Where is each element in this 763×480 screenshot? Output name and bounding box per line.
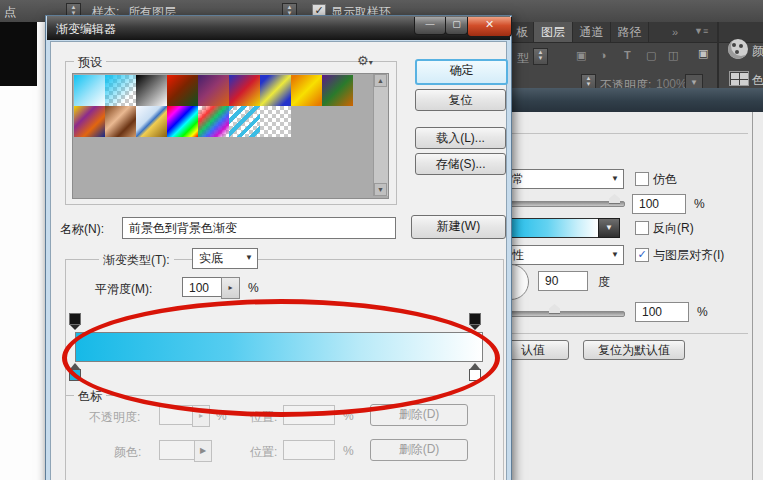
color-panel-label[interactable]: 颜 — [752, 43, 763, 60]
smoothness-label: 平滑度(M): — [95, 281, 152, 298]
name-label: 名称(N): — [60, 221, 104, 238]
panel-menu-icon[interactable]: ▼≡ — [694, 26, 708, 36]
ok-button[interactable]: 确定 — [415, 59, 508, 85]
style-select[interactable]: 性 ▼ — [505, 245, 624, 265]
filter-smartobject-icon[interactable]: ◫ — [668, 49, 678, 62]
smoothness-spinner[interactable]: ▸ — [221, 277, 240, 299]
filter-type-stepper[interactable]: ▲▼ — [533, 48, 548, 65]
preset-thumbnail-fill — [167, 75, 198, 106]
tab-channels[interactable]: 通道 — [573, 22, 611, 42]
close-button[interactable]: ✕ — [467, 17, 512, 37]
smoothness-field[interactable]: 100 — [182, 277, 222, 297]
save-button[interactable]: 存储(S)... — [415, 153, 506, 175]
gradient-preview[interactable] — [505, 218, 599, 238]
name-input[interactable]: 前景色到背景色渐变 — [122, 217, 396, 239]
preset-thumbnail[interactable] — [322, 75, 353, 106]
dropdown-icon: ▾ — [369, 58, 373, 67]
angle-unit: 度 — [598, 274, 610, 291]
angle-field[interactable]: 90 — [538, 271, 588, 291]
preset-thumbnail-fill — [105, 75, 136, 106]
filter-toggle-icon[interactable]: ▣ — [698, 47, 708, 60]
preset-thumbnail[interactable] — [74, 75, 105, 106]
gear-icon[interactable]: ⚙▾ — [357, 53, 373, 68]
swatches-panel-label[interactable]: 色 — [752, 72, 763, 89]
preset-thumbnail-fill — [260, 75, 291, 106]
panel-expand-icon[interactable]: » — [672, 26, 676, 38]
dialog-right-border — [752, 112, 753, 480]
gradient-preview-dropdown[interactable]: ▼ — [598, 218, 620, 238]
opacity-stop-right[interactable] — [469, 313, 481, 330]
layer-style-titlebar[interactable] — [505, 88, 763, 112]
reset-button[interactable]: 复位 — [415, 89, 506, 111]
dialog-title: 渐变编辑器 — [56, 21, 116, 38]
stop-color-swatch — [159, 440, 195, 460]
filter-adjustment-icon[interactable]: ◑ — [600, 49, 607, 61]
preset-thumbnail[interactable] — [136, 75, 167, 106]
filter-shape-icon[interactable]: ▢ — [646, 49, 656, 62]
preset-thumbnail-fill — [136, 75, 167, 106]
reset-default-button[interactable]: 复位为默认值 — [583, 340, 685, 360]
swatches-panel-icon[interactable] — [729, 71, 749, 86]
panel-tab-bar: 板 图层 通道 路径 » ▼≡ — [512, 22, 763, 43]
tab-paths[interactable]: 路径 — [611, 22, 649, 42]
scale-slider-track[interactable] — [505, 311, 625, 317]
tab-partial[interactable]: 板 — [512, 22, 534, 42]
preset-thumbnail-fill — [322, 75, 353, 106]
preset-thumbnail-fill — [229, 106, 260, 137]
preset-thumbnail-fill — [198, 106, 229, 137]
minimize-icon: — — [426, 19, 435, 29]
presets-label: 预设 — [74, 54, 106, 71]
opacity-slider-track[interactable] — [505, 201, 625, 207]
opacity-field[interactable]: 100 — [632, 194, 686, 214]
filter-type-icon[interactable]: T — [624, 49, 631, 61]
smoothness-unit: % — [248, 281, 259, 295]
dither-checkbox[interactable] — [635, 172, 649, 186]
preset-thumbnail[interactable] — [229, 75, 260, 106]
scroll-up-icon[interactable]: ▲ — [374, 74, 387, 87]
scroll-down-icon[interactable]: ▼ — [374, 183, 387, 196]
preset-thumbnail[interactable] — [260, 75, 291, 106]
reverse-checkbox[interactable] — [635, 221, 649, 235]
preset-thumbnail[interactable] — [260, 106, 291, 137]
preset-thumbnail[interactable] — [291, 75, 322, 106]
tab-layers[interactable]: 图层 — [534, 22, 573, 42]
blend-mode-select[interactable]: 常 ▼ — [505, 169, 624, 189]
preset-thumbnail[interactable] — [105, 75, 136, 106]
preset-thumbnail[interactable] — [198, 75, 229, 106]
scale-unit: % — [697, 305, 708, 319]
align-checkbox[interactable]: ✓ — [635, 248, 649, 262]
canvas-black-region — [0, 22, 37, 86]
opacity-slider-thumb[interactable] — [609, 194, 620, 204]
preset-thumbnail[interactable] — [167, 75, 198, 106]
new-button[interactable]: 新建(W) — [411, 215, 506, 239]
preset-thumbnail[interactable] — [105, 106, 136, 137]
scale-field[interactable]: 100 — [635, 302, 689, 322]
filter-pixel-icon[interactable]: ▣ — [576, 49, 586, 62]
highlight-ellipse — [62, 299, 500, 417]
opacity-stop-left[interactable] — [69, 313, 81, 330]
gradient-type-select[interactable]: 实底 ▼ — [192, 248, 258, 269]
preset-scrollbar[interactable]: ▲ ▼ — [373, 74, 388, 196]
color-panel-icon[interactable] — [728, 39, 748, 59]
load-button[interactable]: 载入(L)... — [415, 127, 506, 149]
maximize-button[interactable]: ▢ — [445, 17, 468, 35]
preset-thumbnail-fill — [260, 106, 291, 137]
scale-slider-thumb[interactable] — [549, 304, 560, 314]
reverse-label: 反向(R) — [653, 220, 694, 237]
align-label: 与图层对齐(I) — [653, 247, 724, 264]
options-fragment-label: 点 — [4, 4, 16, 21]
blend-mode-value: 常 — [512, 170, 524, 188]
preset-thumbnail[interactable] — [167, 106, 198, 137]
document-canvas[interactable] — [0, 22, 46, 480]
minimize-button[interactable]: — — [414, 17, 446, 35]
preset-thumbnail[interactable] — [74, 106, 105, 137]
preset-thumbnail[interactable] — [229, 106, 260, 137]
preset-thumbnail[interactable] — [198, 106, 229, 137]
filter-type-label: 型 — [517, 50, 529, 67]
preset-thumbnail-fill — [136, 106, 167, 137]
close-icon: ✕ — [485, 18, 494, 30]
preset-thumbnail[interactable] — [136, 106, 167, 137]
gradient-type-value: 实底 — [199, 249, 223, 267]
check-icon: ✓ — [637, 248, 646, 260]
stop-color-picker-arrow: ▶ — [194, 440, 212, 462]
